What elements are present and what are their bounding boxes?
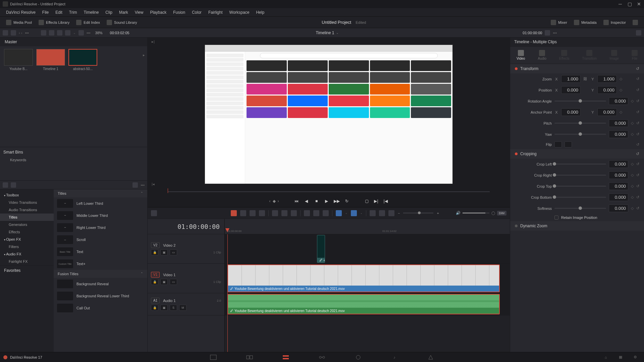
fx-item[interactable]: ━Middle Lower Third (54, 209, 147, 222)
reset-icon[interactable]: ↺ (636, 206, 639, 210)
position-x-input[interactable] (561, 86, 581, 94)
track-name-v1[interactable]: Video 1 (163, 273, 175, 277)
edit-point-icon[interactable]: ◆ (273, 199, 276, 203)
track-index-v2[interactable]: V2 (151, 242, 160, 248)
crop-left-slider[interactable] (554, 164, 606, 165)
softness-slider[interactable] (554, 208, 606, 209)
reset-icon[interactable]: ↺ (636, 152, 639, 156)
keyframe-icon[interactable]: ◇ (631, 99, 634, 103)
overwrite-clip-icon[interactable] (281, 210, 287, 216)
keyframe-icon[interactable]: ◇ (631, 184, 634, 188)
retain-position-checkbox[interactable] (554, 216, 558, 220)
fx-section-fusion-titles[interactable]: Fusion Titles⌃ (54, 270, 147, 278)
metadata-toggle[interactable]: Metadata (571, 18, 600, 26)
goto-in-button[interactable]: |◀ (383, 198, 388, 204)
timeline-view-options-icon[interactable] (151, 210, 157, 216)
viewer-body[interactable]: ▸| |◂ (148, 38, 510, 188)
menu-color[interactable]: Color (189, 10, 205, 15)
fx-item[interactable]: ━Left Lower Third (54, 197, 147, 209)
blade-tool-icon[interactable] (259, 210, 265, 216)
track-index-a1[interactable]: A1 (151, 298, 160, 303)
fusion-page-tab[interactable] (317, 354, 327, 361)
keyframe-icon[interactable]: ◇ (620, 110, 622, 114)
detail-zoom-icon[interactable] (379, 210, 385, 216)
track-lock-v1[interactable]: 🔒 (151, 279, 158, 285)
match-frame-back-icon[interactable]: |◂ (152, 182, 155, 186)
project-manager-icon[interactable]: ▦ (616, 354, 625, 361)
yaw-input[interactable] (609, 130, 628, 138)
dim-button[interactable]: DIM (497, 211, 507, 216)
track-lane-v1[interactable]: Youtube Bewertung deaktivieren und aktiv… (225, 264, 510, 293)
pitch-slider[interactable] (554, 123, 606, 124)
zoom-to-fit-icon[interactable] (370, 210, 376, 216)
inspector-tab-file[interactable]: File (629, 49, 640, 62)
fx-group-generators[interactable]: Generators (0, 221, 54, 228)
cut-page-tab[interactable] (245, 354, 254, 361)
playhead-line[interactable] (227, 234, 228, 352)
close-button[interactable]: ✕ (637, 2, 641, 6)
crop-top-slider[interactable] (554, 186, 606, 187)
next-edit-icon[interactable]: › (278, 199, 279, 203)
reset-icon[interactable]: ↺ (636, 184, 639, 188)
master-bin-header[interactable]: Master (0, 38, 147, 46)
marker-icon[interactable] (351, 210, 357, 216)
fx-group-audiofx[interactable]: Audio FX (0, 250, 54, 258)
smart-bin-keywords[interactable]: Keywords (3, 157, 144, 163)
reset-icon[interactable]: ↺ (636, 195, 639, 199)
viewer-options-icon[interactable] (545, 30, 550, 36)
reset-icon[interactable]: ↺ (636, 110, 639, 114)
timeline-ruler[interactable]: 01:00:00:00 01:01:14:02 01:02:28:00 (225, 219, 510, 234)
menu-help[interactable]: Help (253, 10, 268, 15)
thumbnails-view-icon[interactable] (41, 30, 46, 36)
reset-icon[interactable]: ↺ (636, 162, 639, 166)
inspector-toggle[interactable]: Inspector (600, 18, 629, 26)
effects-library-toggle[interactable]: Effects Library (35, 18, 73, 26)
menu-davinci[interactable]: DaVinci Resolve (3, 10, 39, 15)
track-index-v1[interactable]: V1 (151, 272, 160, 278)
keyframe-icon[interactable]: ◇ (631, 206, 634, 210)
timeline-name[interactable]: Timeline 1 (316, 31, 334, 35)
minimize-button[interactable]: ─ (618, 2, 623, 6)
deliver-page-tab[interactable] (426, 354, 435, 361)
inspector-tab-video[interactable]: Video (514, 49, 528, 62)
last-frame-button[interactable]: ▶| (374, 198, 379, 204)
clip-a1[interactable]: Youtube Bewertung deaktivieren und aktiv… (227, 294, 500, 314)
transform-section-header[interactable]: Transform ↺ (510, 64, 644, 73)
anchor-y-input[interactable] (597, 108, 617, 116)
track-lane-v2[interactable]: ab... (225, 234, 510, 264)
bin-dropdown-icon[interactable] (11, 30, 16, 36)
position-lock-icon[interactable] (323, 210, 329, 216)
clip-v2[interactable]: ab... (317, 235, 325, 263)
crop-top-input[interactable] (609, 182, 628, 190)
stop-button[interactable]: ■ (314, 198, 319, 204)
crop-right-input[interactable] (609, 171, 628, 179)
track-lock-a1[interactable]: 🔒 (151, 305, 158, 311)
mixer-toggle[interactable]: Mixer (547, 18, 571, 26)
volume-slider[interactable] (463, 213, 489, 214)
speaker-icon[interactable]: 🔊 (456, 211, 461, 215)
anchor-x-input[interactable] (561, 108, 581, 116)
reset-icon[interactable]: ↺ (636, 99, 639, 103)
inspector-tab-effects[interactable]: Effects (556, 49, 572, 62)
zoom-y-input[interactable] (597, 75, 617, 83)
menu-timeline[interactable]: Timeline (80, 10, 102, 15)
reset-icon[interactable]: ↺ (636, 88, 639, 92)
menu-file[interactable]: File (39, 10, 52, 15)
favorites-header[interactable]: Favorites (0, 265, 54, 276)
timeline-zoom-slider[interactable] (403, 213, 433, 214)
keyframe-icon[interactable]: ◇ (631, 173, 634, 177)
timeline-tracks[interactable]: 01:00:00:00 01:01:14:02 01:02:28:00 ab..… (225, 219, 510, 352)
reset-icon[interactable]: ↺ (636, 142, 639, 147)
bin-view-icon[interactable] (3, 30, 8, 36)
loop-button[interactable]: ↻ (344, 198, 350, 204)
selection-tool-icon[interactable] (231, 210, 237, 216)
cropping-section-header[interactable]: Cropping ↺ (510, 149, 644, 159)
settings-icon[interactable]: ⚙ (631, 354, 640, 361)
keyframe-icon[interactable]: ◇ (631, 121, 634, 125)
maximize-button[interactable]: ▢ (627, 2, 632, 6)
smart-bins-header[interactable]: Smart Bins (3, 150, 144, 157)
crop-bottom-slider[interactable] (554, 197, 606, 198)
keyframe-icon[interactable]: ◇ (631, 195, 634, 199)
timeline-timecode[interactable]: 01:00:00:00 (148, 219, 224, 234)
reset-icon[interactable]: ↺ (636, 77, 639, 81)
